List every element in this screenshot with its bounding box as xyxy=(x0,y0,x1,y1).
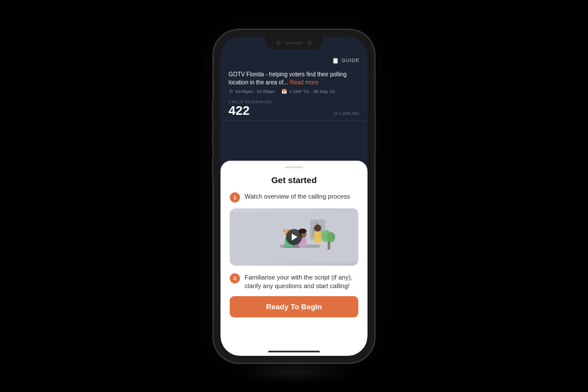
step-2-badge: 2 xyxy=(230,273,240,284)
date-meta: 📅 1 SEP '21 - 30 Sep '21 xyxy=(281,89,335,94)
step-2-item: 2 Familiarise your with the script (if a… xyxy=(230,273,358,291)
play-button[interactable] xyxy=(286,229,302,245)
book-icon: 📋 xyxy=(332,57,339,64)
top-bar: 📋 GUIDE xyxy=(220,54,368,66)
time-value: 10:00pm - 01:00am xyxy=(235,89,274,94)
calls-row: 422 of 1,000,431 xyxy=(229,104,359,117)
date-value: 1 SEP '21 - 30 Sep '21 xyxy=(289,89,335,94)
step-1-item: 1 Watch overview of the calling process xyxy=(230,192,358,203)
campaign-title: GOTV Florida - helping voters find their… xyxy=(229,71,359,87)
calls-total: of 1,000,431 xyxy=(334,111,359,116)
modal-title: Get started xyxy=(230,175,358,185)
read-more-link[interactable]: Read more xyxy=(290,79,318,86)
calls-number: 422 xyxy=(229,104,250,117)
get-started-modal: Get started 1 Watch overview of the call… xyxy=(220,161,368,356)
phone-device: 📋 GUIDE GOTV Florida - helping voters fi… xyxy=(214,30,374,363)
sheet-handle xyxy=(285,166,303,168)
svg-point-7 xyxy=(327,232,335,242)
phone-shadow xyxy=(231,363,357,380)
time-meta: ⏱ 10:00pm - 01:00am xyxy=(229,89,274,94)
guide-label: GUIDE xyxy=(342,57,359,63)
calls-remaining-section: CALLS REMAINING 422 of 1,000,431 xyxy=(220,98,368,121)
step-2-text: Familiarise your with the script (if any… xyxy=(245,273,358,291)
svg-point-15 xyxy=(314,224,321,231)
camera-dot xyxy=(276,41,281,45)
campaign-section: GOTV Florida - helping voters find their… xyxy=(220,66,368,98)
campaign-meta: ⏱ 10:00pm - 01:00am 📅 1 SEP '21 - 30 Sep… xyxy=(229,89,359,94)
step-1-badge: 1 xyxy=(230,192,240,203)
sensor-dot xyxy=(307,41,312,45)
phone-notch xyxy=(265,37,323,49)
home-indicator xyxy=(268,351,320,352)
ready-to-begin-button[interactable]: Ready To Begin xyxy=(230,296,358,317)
video-thumbnail[interactable] xyxy=(230,208,358,266)
speaker-bar xyxy=(285,42,303,44)
play-icon xyxy=(292,234,297,240)
svg-rect-16 xyxy=(314,231,321,242)
clock-icon: ⏱ xyxy=(229,89,233,94)
guide-button[interactable]: 📋 GUIDE xyxy=(332,57,359,64)
app-background: 📋 GUIDE GOTV Florida - helping voters fi… xyxy=(220,37,368,356)
calendar-icon: 📅 xyxy=(281,89,287,94)
step-1-text: Watch overview of the calling process xyxy=(245,192,350,201)
phone-screen: 📋 GUIDE GOTV Florida - helping voters fi… xyxy=(220,37,368,356)
